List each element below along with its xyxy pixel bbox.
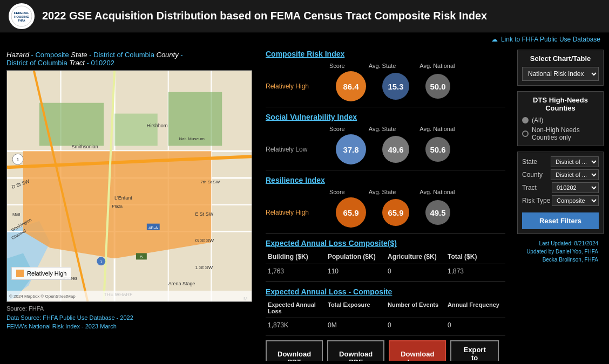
- svg-text:7th St SW: 7th St SW: [200, 180, 220, 184]
- eal-col-building: Building ($K): [266, 252, 326, 262]
- res-avg-national: 49.5: [425, 200, 450, 225]
- reset-filters-button[interactable]: Reset Filters: [522, 212, 599, 229]
- svg-text:1: 1: [16, 157, 19, 162]
- eal2-freq-val: 0: [445, 320, 505, 330]
- radio-all-circle: [522, 117, 529, 123]
- state-filter-select[interactable]: District of ...: [551, 156, 599, 167]
- eal2-col-exposure: Total Exposure: [326, 300, 385, 315]
- eal-population-val: 110: [326, 266, 385, 276]
- svi-title[interactable]: Social Vulnerability Index: [266, 113, 505, 121]
- fhfa-database-link[interactable]: ☁ Link to FHFA Public Use Database: [491, 36, 600, 43]
- svi-avg-national: 50.6: [425, 137, 450, 162]
- page-title: 2022 GSE Acquisition Distribution based …: [42, 10, 487, 22]
- svi-avg-national-header: Avg. National: [419, 126, 455, 132]
- res-avg-state: 65.9: [382, 199, 409, 226]
- county-value: District of Columbia: [6, 59, 67, 67]
- download-pdf-button[interactable]: Download PDF: [327, 340, 384, 361]
- download-ppt-button[interactable]: Download PPT: [266, 340, 323, 361]
- cr-rating: Relatively High: [266, 83, 325, 90]
- export-excel-button[interactable]: Export to Excel: [450, 340, 499, 361]
- eal-composite2-title[interactable]: Expected Annual Loss - Composite: [266, 287, 505, 296]
- eal-composite-title[interactable]: Expected Annual Loss Composite($): [266, 239, 505, 248]
- eal-col-population: Population ($K): [326, 252, 385, 262]
- source-line3: FEMA's National Risk Index - 2023 March: [6, 322, 253, 331]
- download-image-button[interactable]: Download Image: [389, 340, 446, 361]
- hazard-label: Hazard: [6, 51, 29, 59]
- svg-text:Smithsonian: Smithsonian: [72, 144, 98, 149]
- source-line2: Data Source: FHFA Public Use Database - …: [6, 313, 253, 322]
- eal-composite2-header-row: Expected Annual Loss Total Exposure Numb…: [266, 300, 505, 318]
- dts-title: DTS High-Needs Counties: [522, 96, 599, 112]
- eal-total-val: 1,873: [445, 266, 505, 276]
- eal-composite2-data-row: 1,873K 0M 0 0: [266, 320, 505, 330]
- svg-text:© 2024 Mapbox  © OpenStreetMap: © 2024 Mapbox © OpenStreetMap: [9, 294, 76, 299]
- res-score: 65.9: [336, 197, 366, 228]
- right-panel: Select Chart/Table National Risk Index D…: [512, 46, 609, 361]
- state-filter-label: State: [522, 158, 551, 166]
- svg-text:FEDERAL: FEDERAL: [14, 11, 30, 15]
- eal2-exposure-val: 0M: [326, 320, 385, 330]
- svi-avg-state: 49.6: [382, 136, 409, 163]
- state-label: State: [71, 51, 87, 59]
- county-filter-row: County District of ...: [522, 169, 599, 180]
- top-link-bar: ☁ Link to FHFA Public Use Database: [0, 32, 609, 46]
- risk-filter-label: Risk Type: [522, 197, 552, 204]
- cr-score: 86.4: [336, 71, 366, 101]
- eal-building-val: 1,763: [266, 266, 326, 276]
- updated-by-text: Updated by Daniel Yoo, FHFA: [526, 249, 598, 255]
- svg-text:5: 5: [140, 255, 143, 259]
- main-content: Hazard - Composite State - District of C…: [0, 46, 609, 361]
- download-bar: Download PPT Download PDF Download Image…: [266, 335, 505, 361]
- eal2-events-val: 0: [385, 320, 445, 330]
- chart-table-select[interactable]: National Risk Index: [522, 67, 599, 81]
- eal2-col-freq: Annual Frequency: [445, 300, 505, 315]
- state-value: District of Columbia: [93, 51, 154, 59]
- state-filter-row: State District of ...: [522, 156, 599, 167]
- eal-composite-data-row: 1,763 110 0 1,873: [266, 266, 505, 276]
- res-avg-national-header: Avg. National: [419, 189, 455, 195]
- svg-text:Arena Stage: Arena Stage: [168, 281, 195, 286]
- svg-text:Plaza: Plaza: [112, 204, 123, 209]
- dts-radio-non-high[interactable]: Non-High Needs Counties only: [522, 126, 599, 141]
- app-header: FEDERAL HOUSING FHFA 2022 GSE Acquisitio…: [0, 0, 609, 32]
- risk-filter-row: Risk Type Composite: [522, 195, 599, 206]
- svg-text:4B-A: 4B-A: [148, 225, 158, 230]
- source-info: Source: FHFA Data Source: FHFA Public Us…: [6, 304, 253, 331]
- eal-col-agriculture: Agriculture ($K): [385, 252, 445, 262]
- svi-avg-state-header: Avg. State: [369, 126, 396, 132]
- breadcrumb: Hazard - Composite State - District of C…: [6, 51, 253, 67]
- cr-avg-state-header: Avg. State: [369, 63, 396, 69]
- tract-filter-select[interactable]: 010202: [552, 182, 599, 193]
- risk-filter-select[interactable]: Composite: [552, 195, 599, 206]
- eal-composite-section: Expected Annual Loss Composite($) Buildi…: [266, 239, 505, 276]
- resilience-title[interactable]: Resilience Index: [266, 176, 505, 184]
- radio-all-label: (All): [532, 116, 543, 124]
- svg-text:Hirshhorn: Hirshhorn: [147, 123, 168, 128]
- fhfa-logo: FEDERAL HOUSING FHFA: [9, 3, 35, 29]
- county-filter-select[interactable]: District of ...: [551, 169, 599, 180]
- county-filter-label: County: [522, 171, 551, 178]
- svg-text:L'Enfant: L'Enfant: [114, 195, 132, 201]
- svg-text:1: 1: [100, 259, 103, 264]
- dts-radio-all[interactable]: (All): [522, 116, 599, 124]
- svi-score: 37.8: [336, 134, 366, 164]
- svg-text:FHFA: FHFA: [18, 19, 25, 22]
- radio-non-high-circle: [522, 131, 529, 137]
- last-updated: Last Updated: 8/21/2024 Updated by Danie…: [517, 239, 604, 264]
- tract-label: Tract: [69, 59, 85, 67]
- svi-section: Social Vulnerability Index Score Avg. St…: [266, 113, 505, 164]
- map-container: Smithsonian Hirshhorn Nat. Museum D St S…: [6, 70, 252, 302]
- cr-score-header: Score: [329, 63, 345, 69]
- cr-avg-national-header: Avg. National: [419, 63, 455, 69]
- svg-text:Nat. Museum: Nat. Museum: [179, 136, 205, 141]
- left-panel: Hazard - Composite State - District of C…: [0, 46, 259, 361]
- svg-text:E St SW: E St SW: [195, 211, 213, 217]
- eal-composite2-section: Expected Annual Loss - Composite Expecte…: [266, 287, 505, 330]
- legend-label: Relatively High: [27, 270, 66, 277]
- composite-risk-section: Composite Risk Index Score Avg. State Av…: [266, 50, 505, 101]
- filters-box: State District of ... County District of…: [517, 152, 604, 234]
- updated-by2-text: Becka Brolinson, FHFA: [543, 257, 598, 263]
- composite-risk-title[interactable]: Composite Risk Index: [266, 50, 505, 58]
- last-updated-text: Last Updated: 8/21/2024: [539, 241, 598, 246]
- source-line1: Source: FHFA: [6, 304, 253, 313]
